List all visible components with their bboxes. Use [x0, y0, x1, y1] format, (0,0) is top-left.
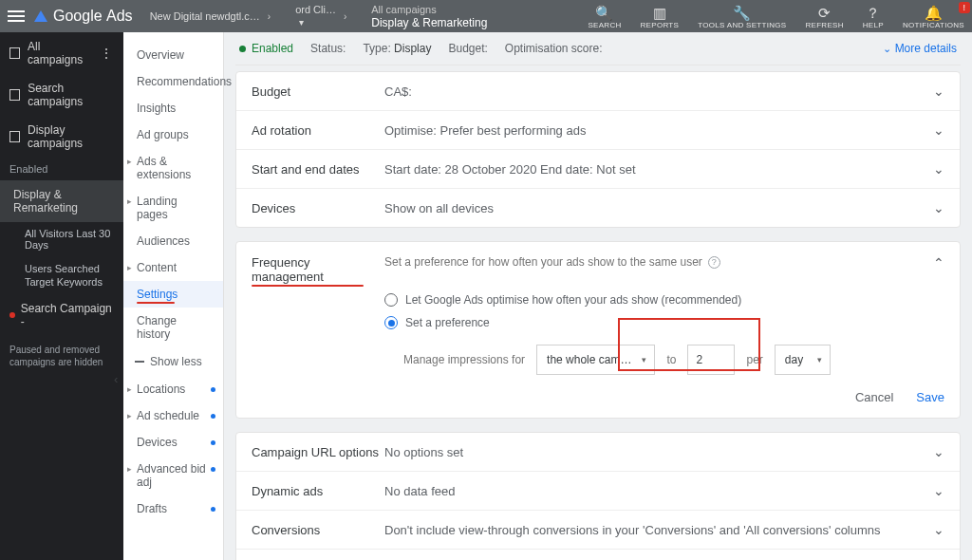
scope-dropdown[interactable]: the whole cam…▾	[536, 345, 655, 375]
caret-icon: ▸	[127, 263, 132, 272]
status-enabled[interactable]: Enabled	[239, 42, 293, 55]
summary-row[interactable]: BudgetCA$:⌄	[236, 72, 960, 111]
side-settings[interactable]: Settings	[123, 281, 223, 308]
side-locations[interactable]: ▸Locations	[123, 376, 223, 402]
info-icon[interactable]: ?	[708, 256, 720, 269]
side-drafts[interactable]: Drafts	[123, 495, 223, 522]
logo[interactable]: Google Ads	[34, 8, 133, 25]
dot-icon	[211, 440, 215, 445]
status-label: Status:	[310, 42, 346, 55]
caret-icon: ▸	[127, 157, 132, 166]
nav-item-users-searched[interactable]: Users Searched Target Keywords	[0, 256, 123, 294]
type-label: Type: Display	[363, 42, 431, 55]
nav-search-campaigns[interactable]: Search campaigns	[0, 74, 123, 116]
nav-all-campaigns[interactable]: All campaigns⋮	[0, 32, 123, 74]
side-ad-schedule[interactable]: ▸Ad schedule	[123, 402, 223, 429]
reports-icon: ▥	[653, 6, 666, 21]
freq-option-manual[interactable]: Set a preference	[384, 316, 944, 329]
chevron-down-icon[interactable]: ⌄	[933, 161, 944, 177]
side-panel: Overview Recommendations Insights Ad gro…	[123, 32, 224, 560]
chevron-down-icon[interactable]: ⌄	[933, 200, 944, 215]
summary-row[interactable]: Start and end datesStart date: 28 Octobe…	[236, 150, 960, 189]
status-dot-icon	[9, 312, 15, 318]
wrench-icon: 🔧	[733, 6, 751, 21]
chevron-down-icon[interactable]: ⌄	[933, 122, 944, 138]
summary-row[interactable]: Ad rotationOptimise: Prefer best perform…	[236, 111, 960, 150]
period-dropdown[interactable]: day▾	[775, 345, 831, 375]
row-label: Dynamic ads	[252, 484, 384, 498]
search-tool[interactable]: 🔍SEARCH	[588, 6, 621, 29]
refresh-tool[interactable]: ⟳REFRESH	[805, 6, 843, 29]
side-insights[interactable]: Insights	[123, 95, 223, 121]
freq-option-auto[interactable]: Let Google Ads optimise how often your a…	[384, 293, 944, 307]
more-details-link[interactable]: ⌄More details	[883, 42, 957, 55]
side-advanced-bid[interactable]: ▸Advanced bid adj	[123, 456, 223, 495]
row-value: CA$:	[384, 84, 933, 99]
logo-icon	[34, 10, 47, 22]
side-devices[interactable]: Devices	[123, 429, 223, 456]
chevron-down-icon: ⌄	[883, 43, 891, 55]
nav-item-search-campaign[interactable]: Search Campaign -	[0, 294, 123, 336]
reports-tool[interactable]: ▥REPORTS	[641, 6, 680, 29]
nav-enabled-header: Enabled	[0, 158, 123, 180]
row-label: Campaign URL options	[252, 445, 384, 459]
freq-actions: Cancel Save	[236, 390, 960, 418]
side-adgroups[interactable]: Ad groups	[123, 121, 223, 148]
cancel-button[interactable]: Cancel	[855, 390, 893, 404]
summary-row[interactable]: Dynamic adsNo data feed⌄	[236, 472, 960, 511]
nav-item-display-remarketing[interactable]: Display & Remarketing	[0, 180, 123, 222]
square-icon	[9, 89, 20, 101]
top-tools: 🔍SEARCH ▥REPORTS 🔧TOOLS AND SETTINGS ⟳RE…	[588, 4, 964, 29]
chevron-down-icon[interactable]: ⌄	[933, 522, 944, 537]
nav-item-all-visitors[interactable]: All Visitors Last 30 Days	[0, 222, 123, 256]
main-content: Enabled Status: Type: Display Budget: Op…	[224, 32, 972, 560]
side-landing-pages[interactable]: ▸Landing pages	[123, 188, 223, 228]
summary-row[interactable]: DevicesShow on all devices⌄	[236, 189, 960, 227]
side-audiences[interactable]: Audiences	[123, 228, 223, 254]
collapse-icon[interactable]: ⌃	[933, 255, 944, 271]
topbar: Google Ads New Digital newdgtl.c…› ord C…	[0, 0, 972, 32]
more-icon[interactable]: ⋮	[100, 46, 114, 61]
side-change-history[interactable]: Change history	[123, 308, 223, 347]
dot-icon	[211, 507, 215, 512]
summary-row[interactable]: Campaign URL optionsNo options set⌄	[236, 433, 960, 472]
chevron-down-icon[interactable]: ⌄	[933, 84, 944, 99]
advanced-card: Campaign URL optionsNo options set⌄Dynam…	[235, 432, 961, 560]
row-label: Budget	[252, 84, 384, 99]
side-recommendations[interactable]: Recommendations	[123, 68, 223, 95]
grid-icon	[9, 47, 20, 59]
frequency-card: Frequency management Set a preference fo…	[235, 241, 961, 419]
optscore-label: Optimisation score:	[505, 42, 603, 55]
settings-tool[interactable]: 🔧TOOLS AND SETTINGS	[698, 6, 786, 29]
help-tool[interactable]: ？HELP	[863, 6, 884, 29]
save-button[interactable]: Save	[916, 390, 944, 404]
summary-row[interactable]: ConversionsDon't include view-through co…	[236, 511, 960, 550]
bell-icon: 🔔	[925, 6, 943, 21]
breadcrumb-account[interactable]: New Digital newdgtl.c…›	[150, 10, 279, 22]
chevron-down-icon[interactable]: ⌄	[933, 444, 944, 459]
nav-note: Paused and removed campaigns are hidden	[0, 336, 123, 376]
row-value: Don't include view-through conversions i…	[384, 523, 933, 537]
breadcrumb-client[interactable]: ord Cli…▾ ›	[295, 3, 354, 29]
row-label: Ad rotation	[252, 123, 384, 138]
row-value: Start date: 28 October 2020 End date: No…	[384, 162, 933, 177]
side-content[interactable]: ▸Content	[123, 254, 223, 281]
side-show-less[interactable]: Show less	[123, 347, 223, 376]
row-label: Conversions	[252, 523, 384, 537]
side-overview[interactable]: Overview	[123, 42, 223, 68]
freq-manage-row: Manage impressions for the whole cam…▾ t…	[403, 345, 944, 375]
collapse-chip[interactable]: ‹	[114, 372, 118, 386]
notifications-tool[interactable]: 🔔!NOTIFICATIONS	[903, 6, 964, 29]
square-icon	[9, 131, 20, 142]
summary-row[interactable]: Value rulesNo rule set⌄	[236, 550, 960, 560]
campaign-nav: All campaigns⋮ Search campaigns Display …	[0, 32, 123, 560]
dot-icon	[211, 414, 215, 419]
row-label: Start and end dates	[252, 162, 384, 177]
row-value: No data feed	[384, 484, 933, 498]
chevron-down-icon[interactable]: ⌄	[933, 483, 944, 498]
side-ads-extensions[interactable]: ▸Ads & extensions	[123, 148, 223, 188]
breadcrumb-campaign[interactable]: All campaigns Display & Remarketing	[371, 3, 487, 29]
nav-display-campaigns[interactable]: Display campaigns	[0, 116, 123, 158]
impressions-input[interactable]	[687, 345, 735, 375]
menu-icon[interactable]	[8, 10, 25, 22]
